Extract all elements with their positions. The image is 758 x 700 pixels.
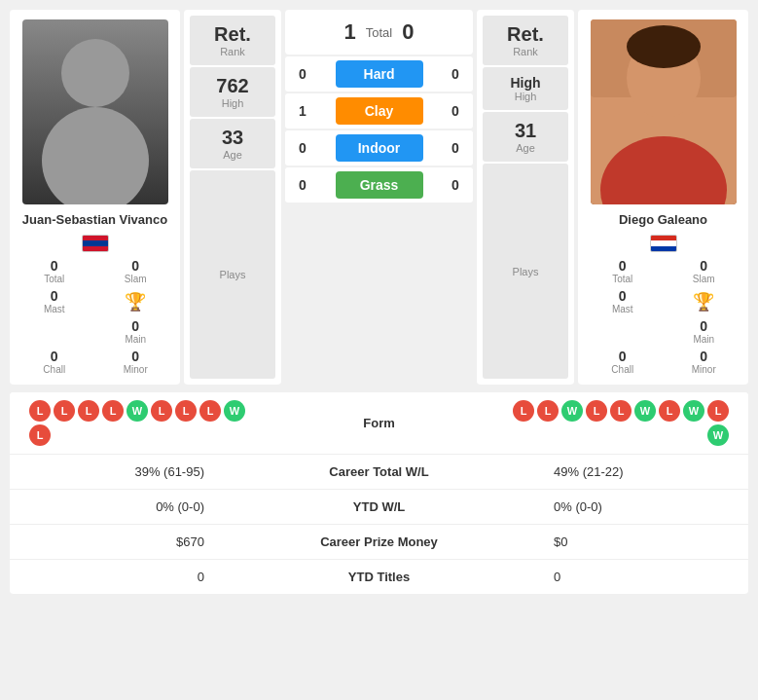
surface-clay-button[interactable]: Clay <box>336 97 423 125</box>
left-plays-block: Plays <box>190 170 275 379</box>
left-form-5: W <box>126 400 148 422</box>
right-plays-block: Plays <box>483 164 568 379</box>
right-form-4: L <box>586 400 607 422</box>
right-player-name: Diego Galeano <box>619 212 707 227</box>
right-prize-money: $0 <box>534 534 729 549</box>
top-section: Juan-Sebastian Vivanco 0 Total 0 Slam 0 … <box>10 10 748 385</box>
right-player-photo <box>591 19 737 204</box>
left-form-9: W <box>224 400 245 422</box>
right-form-9: L <box>707 400 729 422</box>
left-stat-chall: 0 Chall <box>19 349 90 375</box>
left-stat-mast: 0 Mast <box>19 288 90 314</box>
ytd-titles-row: 0 YTD Titles 0 <box>10 560 748 594</box>
surface-grass-button[interactable]: Grass <box>336 171 423 199</box>
right-form-8: W <box>683 400 704 422</box>
prize-money-row: $670 Career Prize Money $0 <box>10 525 748 560</box>
left-form-3: L <box>78 400 99 422</box>
left-stat-minor: 0 Minor <box>101 349 171 375</box>
left-player-photo <box>22 19 168 204</box>
right-high-block: High High <box>483 67 568 110</box>
left-player-flag <box>82 235 109 252</box>
left-player-stats: 0 Total 0 Slam 0 Mast 🏆 0 Main <box>19 258 170 375</box>
right-stat-main: 0 Main <box>669 318 740 345</box>
surface-row-indoor: 0 Indoor 0 <box>285 130 473 166</box>
right-stat-chall: 0 Chall <box>588 349 658 375</box>
surface-row-grass: 0 Grass 0 <box>285 167 473 203</box>
surface-row-clay: 1 Clay 0 <box>285 93 473 129</box>
left-rank-block: Ret. Rank <box>190 16 275 65</box>
left-ytd-titles: 0 <box>29 570 224 584</box>
form-row: L L L L W L L L W L Form L L W L L W L W <box>10 392 748 455</box>
right-form-1: L <box>513 400 534 422</box>
right-trophy-icon: 🏆 <box>669 288 740 314</box>
left-player-card: Juan-Sebastian Vivanco 0 Total 0 Slam 0 … <box>10 10 180 385</box>
right-form-5: L <box>610 400 632 422</box>
form-label: Form <box>363 416 395 430</box>
right-ytd-wl: 0% (0-0) <box>534 499 729 514</box>
svg-point-5 <box>627 25 701 68</box>
right-form-2: L <box>537 400 559 422</box>
right-stat-mast: 0 Mast <box>588 288 658 314</box>
surface-hard-button[interactable]: Hard <box>336 60 423 88</box>
ytd-wl-row: 0% (0-0) YTD W/L 0% (0-0) <box>10 490 748 525</box>
right-stat-total: 0 Total <box>588 258 658 284</box>
left-form-8: L <box>199 400 221 422</box>
career-total-label: Career Total W/L <box>224 464 534 479</box>
surface-indoor-button[interactable]: Indoor <box>336 134 423 162</box>
right-form-6: W <box>634 400 656 422</box>
left-trophy-icon: 🏆 <box>101 288 171 314</box>
right-player-stats: 0 Total 0 Slam 0 Mast 🏆 0 Main <box>588 258 739 375</box>
left-stats-col: Ret. Rank 762 High 33 Age Plays <box>184 10 281 385</box>
left-high-block: 762 High <box>190 67 275 117</box>
surface-row-hard: 0 Hard 0 <box>285 56 473 92</box>
left-ytd-wl: 0% (0-0) <box>29 499 224 514</box>
surface-rows: 0 Hard 0 1 Clay 0 0 Indoor 0 0 Grass <box>285 56 473 203</box>
main-container: Juan-Sebastian Vivanco 0 Total 0 Slam 0 … <box>0 0 758 604</box>
bottom-section: L L L L W L L L W L Form L L W L L W L W <box>10 392 748 594</box>
svg-point-0 <box>61 39 129 107</box>
career-total-row: 39% (61-95) Career Total W/L 49% (21-22) <box>10 455 748 490</box>
left-stat-main: 0 Main <box>101 318 171 345</box>
svg-rect-7 <box>654 112 673 136</box>
right-career-total: 49% (21-22) <box>534 464 729 479</box>
left-stat-slam: 0 Slam <box>101 258 171 284</box>
left-stat-total: 0 Total <box>19 258 90 284</box>
left-form-2: L <box>54 400 75 422</box>
svg-point-1 <box>42 107 149 204</box>
left-age-block: 33 Age <box>190 119 275 168</box>
right-form-3: W <box>561 400 583 422</box>
prize-money-label: Career Prize Money <box>224 534 534 549</box>
right-rank-block: Ret. Rank <box>483 16 568 65</box>
right-stat-minor: 0 Minor <box>669 349 740 375</box>
right-ytd-titles: 0 <box>534 570 729 584</box>
right-age-block: 31 Age <box>483 112 568 162</box>
left-form-7: L <box>175 400 197 422</box>
right-form-7: L <box>659 400 680 422</box>
right-stats-col: Ret. Rank High High 31 Age Plays <box>477 10 574 385</box>
ytd-titles-label: YTD Titles <box>224 570 534 584</box>
left-prize-money: $670 <box>29 534 224 549</box>
match-header: 1 Total 0 <box>285 10 473 55</box>
right-stat-slam: 0 Slam <box>669 258 740 284</box>
left-form-1: L <box>29 400 51 422</box>
ytd-wl-label: YTD W/L <box>224 499 534 514</box>
left-career-total: 39% (61-95) <box>29 464 224 479</box>
right-form-10: W <box>707 424 729 446</box>
left-form-6: L <box>151 400 172 422</box>
right-player-card: Diego Galeano 0 Total 0 Slam 0 Mast 🏆 <box>578 10 748 385</box>
middle-col: 1 Total 0 0 Hard 0 1 Clay 0 0 Indoor <box>285 10 473 385</box>
right-form-badges: L L W L L W L W L W <box>495 400 729 446</box>
left-form-badges: L L L L W L L L W L <box>29 400 263 446</box>
right-player-flag <box>650 235 677 252</box>
left-player-name: Juan-Sebastian Vivanco <box>22 212 167 227</box>
left-form-4: L <box>102 400 124 422</box>
left-form-10: L <box>29 424 51 446</box>
